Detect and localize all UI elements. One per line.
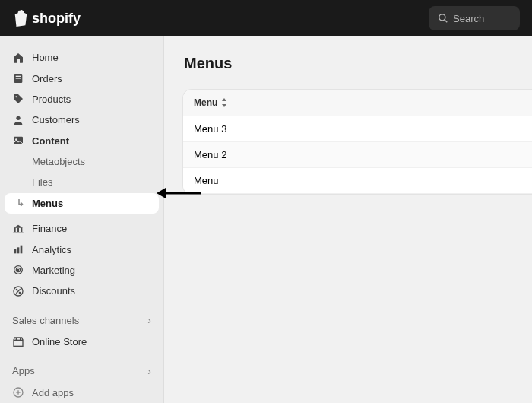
svg-rect-4 — [16, 78, 21, 78]
table-row[interactable]: Menu 2 — [183, 142, 532, 168]
tag-icon — [12, 93, 24, 105]
sidebar-item-label: Products — [32, 94, 71, 105]
svg-point-18 — [17, 270, 18, 271]
svg-rect-13 — [14, 249, 17, 253]
sidebar-item-marketing[interactable]: Marketing — [0, 260, 163, 281]
sidebar-subitem-metaobjects[interactable]: Metaobjects — [0, 151, 163, 172]
sidebar-item-label: Orders — [32, 73, 62, 84]
sidebar-subitem-label: Files — [32, 176, 52, 188]
sidebar-subitem-label: Metaobjects — [32, 156, 85, 167]
svg-rect-14 — [17, 247, 20, 253]
sidebar-subitem-label: Menus — [32, 198, 63, 209]
sidebar-item-add-apps[interactable]: Add apps — [0, 382, 163, 403]
svg-rect-10 — [17, 227, 19, 231]
sidebar-item-home[interactable]: Home — [0, 47, 163, 68]
shopify-bag-icon — [12, 9, 29, 27]
table-row[interactable]: Menu — [183, 168, 532, 194]
sidebar-item-label: Finance — [32, 223, 67, 234]
sidebar-item-label: Add apps — [32, 387, 74, 398]
sidebar-item-label: Online Store — [32, 336, 87, 347]
menu-name: Menu — [194, 175, 219, 186]
sidebar-item-content[interactable]: Content — [0, 131, 163, 151]
sidebar: Home Orders Products Customers Content — [0, 36, 164, 403]
sidebar-item-label: Discounts — [32, 285, 75, 297]
sort-icon — [220, 98, 228, 107]
sidebar-item-label: Content — [32, 135, 69, 147]
discount-icon — [12, 285, 24, 297]
home-icon — [12, 52, 24, 64]
svg-rect-3 — [16, 76, 21, 77]
sidebar-item-label: Analytics — [32, 244, 71, 255]
person-icon — [12, 114, 24, 126]
target-icon — [12, 264, 24, 276]
page-title: Menus — [184, 55, 532, 72]
sidebar-item-label: Marketing — [32, 265, 75, 276]
search-placeholder: Search — [453, 13, 484, 24]
topbar: shopify Search — [0, 0, 532, 36]
search-icon — [438, 13, 448, 24]
content-icon — [12, 135, 24, 147]
menus-table: Menu Menu 3 Menu 2 Menu — [182, 89, 532, 195]
svg-point-6 — [16, 116, 20, 119]
sidebar-item-customers[interactable]: Customers — [0, 109, 163, 130]
sidebar-item-label: Home — [32, 52, 59, 63]
svg-rect-23 — [14, 340, 23, 346]
finance-icon — [12, 223, 24, 235]
svg-point-21 — [16, 289, 17, 290]
chevron-right-icon: › — [147, 314, 151, 326]
main-content: Menus Menu Menu 3 Menu 2 Menu — [164, 36, 532, 403]
svg-rect-11 — [21, 227, 22, 231]
section-label: Apps — [12, 365, 35, 376]
svg-point-5 — [15, 97, 17, 98]
column-header-menu[interactable]: Menu — [183, 90, 532, 116]
svg-line-1 — [445, 20, 448, 23]
sales-channels-header[interactable]: Sales channels › — [0, 309, 163, 332]
menu-name: Menu 2 — [194, 149, 226, 160]
svg-point-0 — [439, 14, 445, 21]
sidebar-item-online-store[interactable]: Online Store — [0, 332, 163, 352]
search-input[interactable]: Search — [429, 6, 520, 30]
svg-rect-9 — [14, 227, 16, 231]
brand-name: shopify — [32, 11, 81, 27]
plus-circle-icon — [12, 386, 24, 398]
shopify-logo[interactable]: shopify — [12, 9, 81, 27]
sidebar-item-analytics[interactable]: Analytics — [0, 239, 163, 259]
svg-rect-12 — [13, 232, 23, 233]
store-icon — [12, 336, 24, 348]
apps-header[interactable]: Apps › — [0, 360, 163, 382]
sidebar-item-products[interactable]: Products — [0, 89, 163, 109]
sidebar-subitem-files[interactable]: Files — [0, 172, 163, 192]
menu-name: Menu 3 — [194, 123, 226, 135]
table-row[interactable]: Menu 3 — [183, 116, 532, 142]
sidebar-item-label: Customers — [32, 114, 80, 125]
sidebar-item-finance[interactable]: Finance — [0, 218, 163, 239]
analytics-icon — [12, 243, 24, 255]
sidebar-subitem-menus[interactable]: Menus — [5, 193, 159, 214]
section-label: Sales channels — [12, 315, 79, 326]
chevron-right-icon: › — [147, 365, 151, 377]
orders-icon — [12, 72, 24, 84]
svg-point-22 — [19, 292, 20, 293]
svg-rect-15 — [21, 246, 23, 254]
sidebar-item-discounts[interactable]: Discounts — [0, 281, 163, 301]
column-header-label: Menu — [194, 97, 217, 108]
sidebar-item-orders[interactable]: Orders — [0, 68, 163, 88]
